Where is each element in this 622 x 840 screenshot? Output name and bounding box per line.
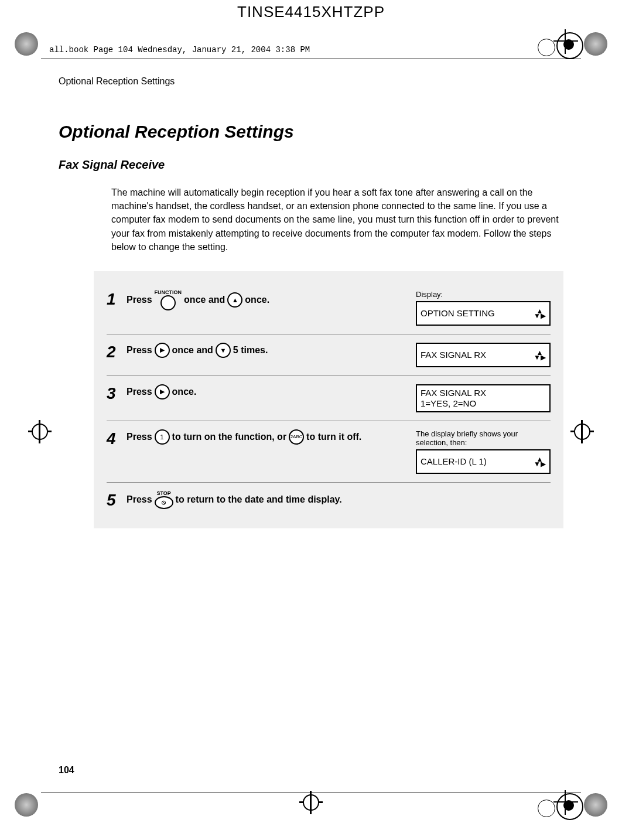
step-row: 5 Press STOP ⦸ to return to the date and… [107, 483, 551, 518]
display-note: The display briefly shows your selection… [416, 429, 551, 447]
right-arrow-icon: ▶ [155, 343, 170, 358]
keypad-2abc-icon: 2ABC [289, 429, 304, 445]
step-display-column: Display: OPTION SETTING ▲▼▶ [416, 290, 551, 326]
registration-bullseye-icon [556, 32, 581, 57]
registration-dot-icon [584, 793, 607, 817]
step-text: Press [127, 295, 152, 305]
step-body: Press ▶ once. [127, 384, 416, 399]
stop-button-icon: STOP ⦸ [155, 491, 173, 509]
book-meta-note: all.book Page 104 Wednesday, January 21,… [49, 45, 310, 54]
crosshair-left-icon [28, 420, 52, 443]
registration-marks-top [0, 26, 622, 62]
step-text: to turn on the function, or [172, 432, 287, 442]
step-text: 5 times. [233, 345, 268, 356]
registration-target-icon [538, 800, 554, 816]
down-arrow-icon: ▼ [216, 343, 231, 358]
registration-dot-icon [584, 32, 607, 56]
registration-pair-right [538, 32, 581, 57]
lcd-text: OPTION SETTING [421, 308, 495, 319]
step-text: to return to the date and time display. [176, 494, 342, 505]
step-body: Press 1 to turn on the function, or 2ABC… [127, 429, 416, 445]
registration-pair-right [538, 793, 581, 818]
step-text: once. [172, 387, 197, 397]
step-row: 2 Press ▶ once and ▼ 5 times. FAX SIGNAL… [107, 334, 551, 376]
registration-cross-icon [556, 793, 575, 812]
lcd-display: CALLER-ID (L 1) ▲▼▶ [416, 449, 551, 474]
registration-marks-bottom [0, 787, 622, 822]
nav-arrows-icon: ▲▼▶ [534, 309, 546, 319]
nav-arrows-icon: ▲▼▶ [534, 350, 546, 360]
step-number: 1 [107, 290, 127, 309]
lcd-display: OPTION SETTING ▲▼▶ [416, 301, 551, 326]
lcd-display: FAX SIGNAL RX ▲▼▶ [416, 343, 551, 367]
function-button-icon: FUNCTION [155, 290, 182, 310]
registration-cross-icon [556, 32, 575, 51]
step-text: to turn it off. [306, 432, 361, 442]
step-display-column: The display briefly shows your selection… [416, 429, 551, 474]
step-row: 1 Press FUNCTION once and ▲ once. Displa… [107, 282, 551, 334]
lcd-text: FAX SIGNAL RX1=YES, 2=NO [421, 388, 486, 409]
step-row: 4 Press 1 to turn on the function, or 2A… [107, 421, 551, 483]
step-number: 3 [107, 384, 127, 403]
stop-label: STOP [156, 491, 170, 496]
step-display-column: FAX SIGNAL RX ▲▼▶ [416, 343, 551, 367]
step-row: 3 Press ▶ once. FAX SIGNAL RX1=YES, 2=NO [107, 376, 551, 421]
step-body: Press ▶ once and ▼ 5 times. [127, 343, 416, 358]
step-body: Press STOP ⦸ to return to the date and t… [127, 491, 551, 509]
step-number: 2 [107, 343, 127, 361]
step-text: once and [184, 295, 225, 305]
registration-dot-icon [15, 32, 38, 56]
registration-bullseye-icon [556, 793, 581, 818]
function-circle-icon [160, 295, 176, 310]
nav-arrows-icon: ▲▼▶ [534, 457, 546, 467]
display-label: Display: [416, 290, 551, 299]
step-text: once and [172, 345, 213, 356]
stop-ellipse-icon: ⦸ [155, 496, 173, 509]
up-arrow-icon: ▲ [227, 292, 242, 308]
keypad-1-icon: 1 [155, 429, 170, 445]
step-text: Press [127, 345, 152, 356]
step-display-column: FAX SIGNAL RX1=YES, 2=NO [416, 384, 551, 412]
registration-dot-icon [15, 793, 38, 817]
breadcrumb: Optional Reception Settings [59, 76, 563, 87]
step-number: 5 [107, 491, 127, 510]
right-arrow-icon: ▶ [155, 384, 170, 399]
top-crop-line [41, 59, 581, 59]
step-text: once. [245, 295, 269, 305]
crosshair-right-icon [570, 420, 594, 443]
document-header-code: TINSE4415XHTZPP [0, 0, 622, 21]
step-text: Press [127, 432, 152, 442]
body-paragraph: The machine will automatically begin rec… [111, 186, 563, 254]
lcd-text: FAX SIGNAL RX [421, 350, 486, 360]
heading-1: Optional Reception Settings [59, 122, 563, 142]
registration-target-icon [538, 39, 554, 55]
page-number: 104 [59, 765, 74, 776]
heading-2: Fax Signal Receive [59, 158, 563, 172]
function-label: FUNCTION [155, 290, 182, 295]
step-body: Press FUNCTION once and ▲ once. [127, 290, 416, 310]
step-text: Press [127, 387, 152, 397]
lcd-text: CALLER-ID (L 1) [421, 456, 487, 467]
page-content: Optional Reception Settings Optional Rec… [59, 76, 563, 528]
lcd-display: FAX SIGNAL RX1=YES, 2=NO [416, 384, 551, 412]
step-text: Press [127, 494, 152, 505]
steps-box: 1 Press FUNCTION once and ▲ once. Displa… [94, 271, 563, 528]
step-number: 4 [107, 429, 127, 448]
